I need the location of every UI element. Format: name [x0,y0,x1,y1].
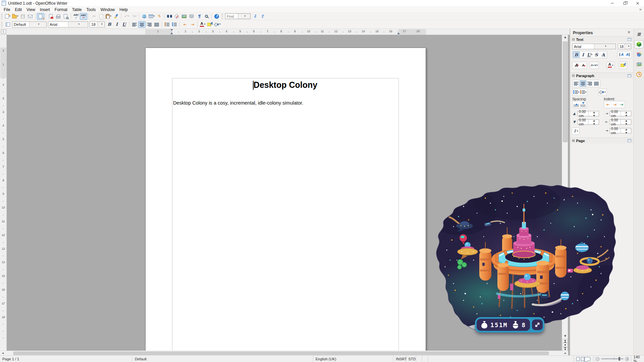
panel-align-right-button[interactable] [586,80,593,86]
tab-gallery[interactable] [635,60,643,68]
increase-char-highlight-button[interactable]: A [618,52,625,58]
copy-button[interactable] [98,13,105,20]
panel-increase-indent-button[interactable]: ⇤ [604,102,611,108]
bold-button[interactable]: B [106,21,113,28]
status-selection-mode[interactable]: STD [406,356,416,362]
font-name-combo[interactable]: Arial▾ [48,21,88,27]
font-color-button[interactable]: A▾ [199,21,206,28]
decrease-paragraph-spacing-button[interactable] [580,102,586,108]
paragraph-section-header[interactable]: ⊟ Paragraph [570,72,633,78]
redo-button[interactable]: ↷▾ [130,13,138,20]
horizontal-scroll-thumb[interactable] [13,352,549,355]
panel-font-name-combo[interactable]: Arial▾ [572,44,616,49]
tab-properties[interactable] [635,40,643,48]
zoom-in-icon[interactable]: + [625,357,629,361]
vertical-scroll-thumb[interactable] [563,42,568,142]
align-justify-button[interactable] [153,21,160,28]
right-indent-marker[interactable] [397,31,400,34]
game-hud[interactable]: 151M 8 [475,317,544,333]
collapse-icon[interactable]: ⊟ [572,74,575,77]
spinner-buttons[interactable]: ▴▾ [588,120,599,124]
edit-file-button[interactable]: ✎ [37,13,44,20]
styles-panel-button[interactable] [4,21,11,28]
page-dialog-launcher-icon[interactable] [628,139,631,142]
gallery-button[interactable] [180,13,188,20]
panel-underline-button[interactable]: U▾ [586,52,593,58]
scroll-up-button[interactable]: ▲ [562,35,568,40]
find-dropdown-button[interactable]: ▾ [238,14,251,19]
panel-align-justify-button[interactable] [593,80,600,86]
panel-highlighting-button[interactable]: ▾ [620,62,627,68]
first-line-indent-field[interactable]: 0.00 cm▴▾ [610,128,631,133]
line-spacing-button[interactable]: ↕▾ [572,128,579,134]
menu-window[interactable]: Window [98,7,117,12]
minimize-button[interactable] [606,0,619,6]
zoom-out-icon[interactable]: − [596,357,599,361]
nonprinting-chars-button[interactable]: ¶ [195,13,203,20]
book-view-icon[interactable] [587,357,590,361]
menu-edit[interactable]: Edit [12,7,24,12]
print-button[interactable] [55,13,62,20]
find-toolbar-input[interactable]: Find▾ [225,13,251,19]
grow-font-button[interactable]: A [573,62,580,68]
text-dialog-launcher-icon[interactable] [628,38,631,41]
email-button[interactable] [26,13,34,20]
italic-button[interactable]: I [113,21,120,28]
expand-game-button[interactable] [532,319,543,330]
menu-insert[interactable]: Insert [38,7,52,12]
font-size-combo[interactable]: 18▾ [90,21,105,27]
view-layout-switcher[interactable] [574,356,594,362]
panel-strikethrough-button[interactable]: S [593,52,600,58]
cut-button[interactable]: ✂ [90,13,98,20]
indent-after-field[interactable]: 0.00 cm▴▾ [610,119,631,125]
align-center-button[interactable] [138,21,146,28]
navigator-button[interactable] [173,13,180,20]
increase-paragraph-spacing-button[interactable] [573,102,580,108]
decrease-indent-button[interactable]: ⇤ [181,21,189,28]
numbered-list-button[interactable] [163,21,171,28]
paste-button[interactable]: ▾ [105,13,112,20]
document-heading[interactable]: Desktop Colony [172,79,398,90]
menu-file[interactable]: File [1,7,12,12]
panel-bold-button[interactable]: B [573,52,580,58]
text-section-header[interactable]: ⊟ Text [570,36,633,42]
panel-size-dropdown[interactable]: ▾ [625,44,631,49]
status-language[interactable]: English (UK) [313,356,393,362]
align-right-button[interactable] [146,21,153,28]
underline-button[interactable]: U [120,21,128,28]
panel-decrease-indent-button[interactable]: ⇥ [611,102,618,108]
paragraph-background-button[interactable]: ▾ [599,89,606,95]
status-insert-mode[interactable]: INSRT [393,356,406,362]
tab-navigator[interactable] [635,70,643,78]
character-spacing-button[interactable]: A↔V▾ [590,62,598,68]
find-previous-button[interactable]: ⇧ [259,13,266,20]
multi-page-view-icon[interactable] [581,357,584,361]
status-page-style[interactable]: Default [132,356,313,362]
spinner-buttons[interactable]: ▴▾ [621,111,631,116]
spacing-below-field[interactable]: 0.00 cm▴▾ [578,119,599,125]
open-button[interactable]: ▾ [11,13,19,20]
find-replace-button[interactable] [166,13,173,20]
autospellcheck-button[interactable]: ABC~ [80,13,87,20]
tab-styles[interactable] [635,50,643,58]
left-indent-marker[interactable] [170,31,173,34]
bullet-list-button[interactable] [171,21,178,28]
document-page[interactable]: Desktop Colony Desktop Colony is a cosy,… [145,48,426,351]
single-page-view-icon[interactable] [576,357,580,361]
zoom-slider-track[interactable] [601,358,624,359]
insert-table-button[interactable]: ▾ [148,13,156,20]
menu-view[interactable]: View [24,7,38,12]
increase-indent-button[interactable]: ⇥ [189,21,196,28]
spellcheck-button[interactable]: ABC✓ [72,13,80,20]
page-section-header[interactable]: ⊞ Page [570,137,633,143]
indent-before-field[interactable]: 0.00 cm▴▾ [610,111,631,116]
panel-font-size-combo[interactable]: 18▾ [618,44,631,49]
menu-help[interactable]: Help [117,7,130,12]
find-next-button[interactable]: ⇩ [251,13,259,20]
restore-button[interactable] [619,0,631,6]
help-button[interactable]: ? [213,13,220,20]
scroll-right-button[interactable]: ► [563,351,568,356]
hyperlink-button[interactable] [141,13,148,20]
data-sources-button[interactable] [188,13,195,20]
status-doc-modified[interactable] [416,356,422,362]
